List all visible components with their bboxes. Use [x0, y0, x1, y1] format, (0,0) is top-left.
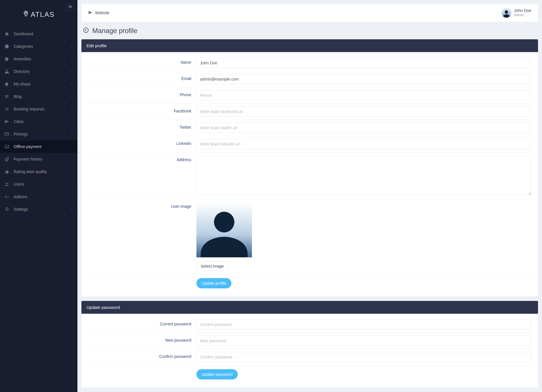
update-password-button[interactable]: Update password	[196, 369, 238, 379]
chevron-right-icon	[71, 94, 73, 99]
hamburger-icon	[68, 4, 73, 10]
sidebar-item-label: Amenities	[14, 57, 31, 61]
website-link[interactable]: Website	[88, 11, 109, 15]
sidebar-item-label: Directory	[14, 69, 30, 74]
sidebar-item-dashboard[interactable]: Dashboard	[0, 28, 77, 40]
menu-toggle-button[interactable]	[66, 3, 75, 11]
sidebar-item-label: Rating wise quality	[14, 169, 47, 174]
card-icon	[4, 131, 10, 137]
brand-pin-icon	[23, 10, 29, 19]
sidebar-item-label: Dashboard	[14, 32, 33, 36]
gears-icon	[4, 206, 10, 212]
facebook-label: Facebook	[85, 106, 196, 116]
current-password-label: Current password	[85, 319, 196, 329]
select-image-button[interactable]: Select image	[196, 261, 228, 271]
sidebar-item-cities[interactable]: Cities	[0, 115, 77, 128]
user-image-preview	[196, 202, 252, 257]
clip-icon	[4, 156, 10, 162]
sidebar-item-label: Offline payment	[14, 144, 42, 149]
twitter-label: Twitter	[85, 123, 196, 132]
sidebar-item-my-shops[interactable]: My shops	[0, 78, 77, 90]
website-label: Website	[95, 11, 109, 15]
sidebar-item-label: Pricings	[14, 132, 28, 136]
sidebar-item-label: Blog	[14, 94, 22, 99]
sidebar-item-payment-history[interactable]: Payment history	[0, 153, 77, 165]
name-input[interactable]	[196, 58, 531, 68]
new-password-label: New password	[85, 336, 196, 345]
phone-input[interactable]	[196, 90, 531, 100]
sidebar-item-label: My shops	[14, 82, 31, 86]
bag-icon	[4, 81, 10, 87]
chevron-right-icon	[71, 69, 73, 74]
current-password-input[interactable]	[196, 319, 531, 330]
user-image-label: User image	[85, 202, 196, 211]
user-menu[interactable]: John Doe Admin	[502, 8, 531, 18]
update-password-header: Update password	[81, 301, 538, 314]
main-content: Website John Doe Admin Manage profile Ed…	[77, 0, 542, 392]
sidebar-nav: DashboardCategoriesAmenitiesDirectoryMy …	[0, 28, 77, 216]
sidebar-item-users[interactable]: Users	[0, 178, 77, 190]
sidebar-item-label: Categories	[14, 44, 33, 49]
sidebar: ATLAS DashboardCategoriesAmenitiesDirect…	[0, 0, 77, 392]
sidebar-item-label: Addons	[14, 194, 27, 199]
sidebar-item-directory[interactable]: Directory	[0, 65, 77, 78]
sidebar-item-pricings[interactable]: Pricings	[0, 128, 77, 140]
sup-icon	[4, 194, 10, 200]
brand-text: ATLAS	[31, 11, 55, 19]
email-input[interactable]	[196, 74, 531, 84]
back-circle-icon[interactable]	[83, 27, 89, 35]
chevron-right-icon	[71, 82, 73, 86]
user-role: Admin	[514, 13, 531, 17]
svg-point-0	[25, 12, 27, 14]
topbar: Website John Doe Admin	[81, 4, 538, 22]
sidebar-item-offline-payment[interactable]: Offline payment	[0, 140, 77, 153]
chevron-right-icon	[71, 194, 73, 199]
sidebar-item-amenities[interactable]: Amenities	[0, 53, 77, 65]
sitemap-icon	[4, 69, 10, 74]
confirm-password-input[interactable]	[196, 352, 531, 362]
users-icon	[4, 181, 10, 187]
thumb-icon	[4, 169, 10, 175]
twitter-input[interactable]	[196, 123, 531, 133]
user-name: John Doe	[514, 8, 531, 13]
update-password-card: Update password Current password New pas…	[81, 301, 538, 387]
sidebar-item-rating-wise-quality[interactable]: Rating wise quality	[0, 165, 77, 178]
facebook-input[interactable]	[196, 106, 531, 117]
avatar	[502, 8, 511, 18]
edit-profile-card: Edit profile Name Email Phone	[81, 39, 538, 296]
chevron-right-icon	[71, 207, 73, 212]
sidebar-item-booking-requests[interactable]: Booking requests	[0, 103, 77, 115]
svg-point-2	[84, 28, 89, 33]
address-textarea[interactable]	[196, 155, 531, 195]
update-profile-button[interactable]: Update profile	[196, 278, 231, 288]
list-icon	[4, 106, 10, 112]
sidebar-item-settings[interactable]: Settings	[0, 203, 77, 216]
chevron-right-icon	[71, 132, 73, 136]
puzzle-icon	[4, 56, 10, 62]
chevron-right-icon	[71, 57, 73, 61]
sidebar-item-label: Booking requests	[14, 107, 44, 111]
lines-icon	[4, 94, 10, 99]
chevron-right-icon	[71, 107, 73, 111]
inbox-icon	[4, 144, 10, 149]
chevron-right-icon	[71, 182, 73, 186]
paper-plane-icon	[88, 11, 92, 15]
sidebar-item-label: Cities	[14, 119, 24, 124]
new-password-input[interactable]	[196, 336, 531, 346]
page-title: Manage profile	[83, 27, 536, 35]
confirm-password-label: Confirm password	[85, 352, 196, 361]
sidebar-item-label: Users	[14, 182, 24, 186]
name-label: Name	[85, 58, 196, 67]
sidebar-item-label: Payment history	[14, 157, 42, 161]
address-label: Address	[85, 155, 196, 164]
sidebar-item-addons[interactable]: Addons	[0, 190, 77, 203]
linkedin-input[interactable]	[196, 139, 531, 149]
phone-label: Phone	[85, 90, 196, 99]
sidebar-item-categories[interactable]: Categories	[0, 40, 77, 53]
sidebar-item-blog[interactable]: Blog	[0, 90, 77, 103]
sidebar-item-label: Settings	[14, 207, 28, 212]
home-icon	[4, 31, 10, 37]
user-meta: John Doe Admin	[514, 8, 531, 17]
chevron-right-icon	[71, 44, 73, 49]
location-icon	[4, 119, 10, 124]
